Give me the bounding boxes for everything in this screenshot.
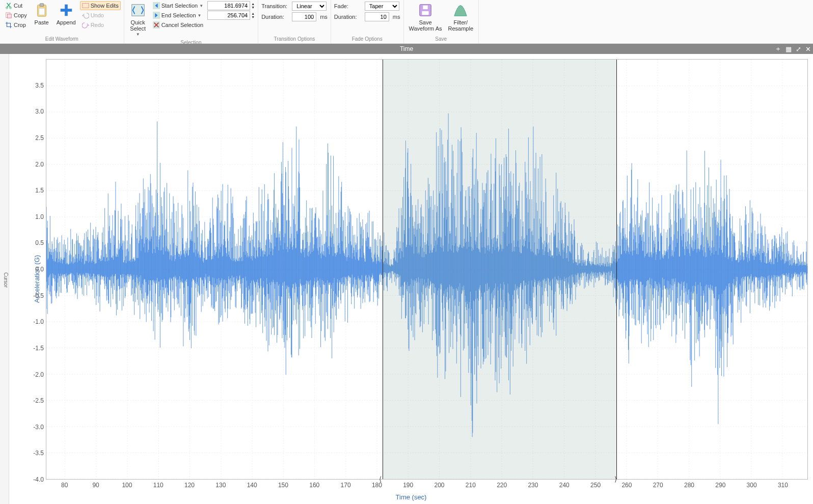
plus-icon xyxy=(59,3,74,18)
spinner-up-icon[interactable]: ▲ xyxy=(251,12,255,15)
svg-rect-10 xyxy=(131,5,144,16)
x-tick-label: 250 xyxy=(590,482,601,489)
x-tick-label: 90 xyxy=(92,482,99,489)
maximize-icon[interactable]: ⤢ xyxy=(796,45,801,53)
y-tick-label: 0.5 xyxy=(23,239,44,246)
x-tick-label: 270 xyxy=(653,482,663,489)
redo-button[interactable]: Redo xyxy=(80,20,121,30)
transition-duration-label: Duration: xyxy=(261,14,290,20)
end-marker-icon xyxy=(153,12,160,19)
y-tick-label: 2.5 xyxy=(23,134,44,142)
cancel-selection-label: Cancel Selection xyxy=(161,22,204,28)
crop-button[interactable]: Crop xyxy=(3,20,29,30)
start-selection-button[interactable]: Start Selection ▼ xyxy=(151,1,206,10)
svg-rect-5 xyxy=(40,4,44,7)
ribbon-group-fade: Fade: Taper Duration: ms Fade Options xyxy=(331,0,404,43)
x-tick-label: 190 xyxy=(403,482,413,489)
x-tick-label: 170 xyxy=(341,482,351,489)
spinner-down-icon[interactable]: ▼ xyxy=(251,6,255,9)
undo-label: Undo xyxy=(91,12,104,18)
selection-start-handle-icon[interactable]: ⟨ xyxy=(379,476,385,482)
ribbon-group-selection: Quick Select ▼ Start Selection ▼ End Sel… xyxy=(124,0,259,43)
quick-select-button[interactable]: Quick Select ▼ xyxy=(127,1,149,38)
svg-rect-8 xyxy=(60,9,72,12)
transition-label: Transition: xyxy=(261,3,290,9)
edits-icon xyxy=(82,2,89,9)
ribbon-toolbar: Cut Copy Crop Paste Append xyxy=(0,0,813,44)
undo-button[interactable]: Undo xyxy=(80,11,121,20)
x-tick-label: 260 xyxy=(621,482,632,489)
y-tick-label: 3.5 xyxy=(23,82,44,89)
filter-icon xyxy=(453,3,468,18)
workspace: Cursor Acceleration (G) Time (sec) -4.0-… xyxy=(0,54,813,504)
append-label: Append xyxy=(57,19,76,25)
plot-region[interactable]: ⟨ ⟩ xyxy=(46,59,808,480)
end-selection-label: End Selection xyxy=(161,12,196,18)
quick-select-icon xyxy=(130,3,146,18)
end-selection-button[interactable]: End Selection ▼ xyxy=(151,11,206,20)
transition-duration-input[interactable] xyxy=(292,12,316,21)
cursor-sidebar-tab[interactable]: Cursor xyxy=(0,54,9,504)
quick-select-label: Quick Select xyxy=(130,19,146,32)
selection-end-handle-icon[interactable]: ⟩ xyxy=(614,476,620,482)
chart-area[interactable]: Acceleration (G) Time (sec) -4.0-3.5-3.0… xyxy=(9,54,813,504)
x-tick-label: 130 xyxy=(215,482,226,489)
spinner-down-icon[interactable]: ▼ xyxy=(251,15,255,19)
group-label-transition: Transition Options xyxy=(261,35,328,43)
fade-duration-label: Duration: xyxy=(334,14,363,20)
selection-overlay[interactable]: ⟨ ⟩ xyxy=(383,60,617,479)
panel-title: Time xyxy=(400,45,413,52)
y-tick-label: -2.0 xyxy=(23,371,44,378)
x-axis-title: Time (sec) xyxy=(396,493,427,501)
save-icon xyxy=(418,3,433,18)
add-panel-icon[interactable]: ＋ xyxy=(775,44,781,53)
x-tick-label: 200 xyxy=(435,482,445,489)
x-tick-label: 210 xyxy=(466,482,476,489)
dropdown-caret-icon: ▼ xyxy=(136,33,140,37)
dropdown-caret-icon: ▼ xyxy=(199,4,203,8)
filter-resample-label: Filter/ Resample xyxy=(448,19,474,32)
crop-label: Crop xyxy=(14,22,26,28)
undo-icon xyxy=(82,12,89,19)
panel-titlebar: Time ＋ ▦ ⤢ ✕ xyxy=(0,44,813,54)
x-tick-label: 280 xyxy=(684,482,694,489)
x-tick-label: 150 xyxy=(278,482,288,489)
show-edits-toggle[interactable]: Show Edits xyxy=(80,1,121,10)
cut-button[interactable]: Cut xyxy=(3,1,29,10)
copy-icon xyxy=(5,12,12,19)
y-tick-label: -2.5 xyxy=(23,397,44,404)
show-edits-label: Show Edits xyxy=(91,3,119,9)
start-selection-input[interactable] xyxy=(207,1,250,10)
paste-button[interactable]: Paste xyxy=(31,1,52,26)
x-tick-label: 140 xyxy=(247,482,257,489)
y-tick-label: -3.5 xyxy=(23,450,44,457)
y-tick-label: 1.5 xyxy=(23,187,44,194)
start-selection-label: Start Selection xyxy=(161,3,198,9)
crop-icon xyxy=(5,21,12,29)
grid-layout-icon[interactable]: ▦ xyxy=(785,45,792,53)
x-tick-label: 230 xyxy=(528,482,538,489)
append-button[interactable]: Append xyxy=(55,1,78,26)
svg-rect-3 xyxy=(7,14,11,18)
fade-mode-select[interactable]: Taper xyxy=(365,2,399,11)
svg-rect-6 xyxy=(39,8,44,15)
end-selection-input[interactable] xyxy=(207,11,250,20)
save-waveform-button[interactable]: Save Waveform As xyxy=(407,1,444,33)
group-label-fade: Fade Options xyxy=(334,35,400,43)
x-tick-label: 100 xyxy=(122,482,132,489)
cancel-selection-button[interactable]: Cancel Selection xyxy=(151,20,206,30)
y-tick-label: -0.5 xyxy=(23,292,44,299)
spinner-up-icon[interactable]: ▲ xyxy=(251,2,255,6)
transition-mode-select[interactable]: Linear xyxy=(292,2,327,11)
fade-duration-input[interactable] xyxy=(365,12,389,21)
copy-label: Copy xyxy=(14,12,27,18)
dropdown-caret-icon: ▼ xyxy=(198,13,202,18)
filter-resample-button[interactable]: Filter/ Resample xyxy=(446,1,476,33)
group-label-edit: Edit Waveform xyxy=(3,35,121,43)
fade-duration-unit: ms xyxy=(393,14,400,20)
y-tick-label: -4.0 xyxy=(23,476,44,483)
y-tick-label: 2.0 xyxy=(23,161,44,168)
copy-button[interactable]: Copy xyxy=(3,11,29,20)
close-icon[interactable]: ✕ xyxy=(805,45,811,53)
clipboard-icon xyxy=(34,3,49,18)
